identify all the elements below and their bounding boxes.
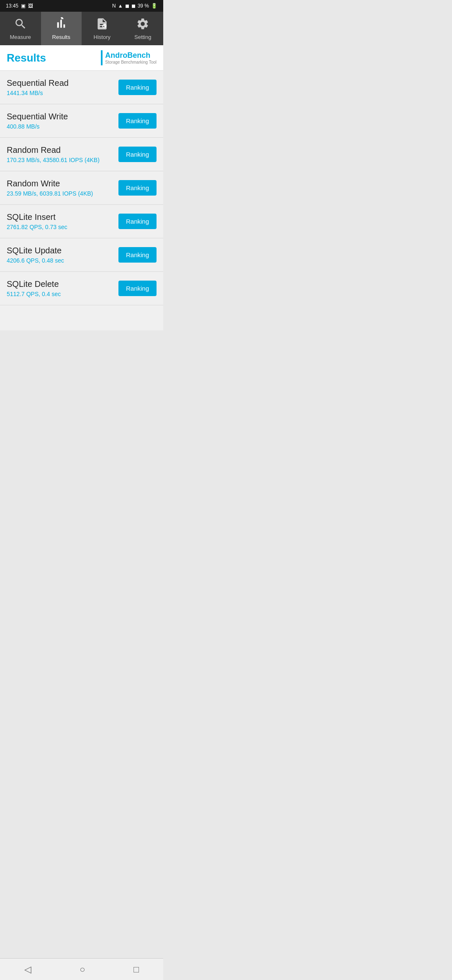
tab-setting-label: Setting [134,34,151,40]
page-title: Results [7,52,46,64]
history-icon [95,17,109,32]
result-info-sqlite-insert: SQLite Insert 2761.82 QPS, 0.73 sec [7,212,118,230]
result-value-random-write: 23.59 MB/s, 6039.81 IOPS (4KB) [7,190,118,197]
bottom-spacer [0,305,163,330]
signal-icon1: ◼ [125,3,129,9]
result-name-sequential-write: Sequential Write [7,112,118,121]
status-right: N ▲ ◼ ◼ 39 % 🔋 [112,3,157,9]
result-value-sqlite-delete: 5112.7 QPS, 0.4 sec [7,291,118,297]
status-time: 13:45 [6,3,18,9]
photo-icon: 🖼 [28,3,33,9]
result-name-sqlite-insert: SQLite Insert [7,212,118,222]
result-value-random-read: 170.23 MB/s, 43580.61 IOPS (4KB) [7,157,118,163]
result-info-sqlite-delete: SQLite Delete 5112.7 QPS, 0.4 sec [7,279,118,297]
measure-icon [14,17,27,32]
battery-text: 39 % [138,3,149,9]
result-info-random-read: Random Read 170.23 MB/s, 43580.61 IOPS (… [7,145,118,163]
results-icon [54,17,68,32]
results-list: Sequential Read 1441.34 MB/s Ranking Seq… [0,71,163,330]
result-value-sequential-read: 1441.34 MB/s [7,90,118,96]
ranking-btn-sequential-write[interactable]: Ranking [118,113,157,129]
sim-icon: ▣ [21,3,26,9]
tab-measure-label: Measure [10,34,31,40]
result-name-sequential-read: Sequential Read [7,78,118,88]
result-row-random-write: Random Write 23.59 MB/s, 6039.81 IOPS (4… [0,171,163,205]
result-info-sqlite-update: SQLite Update 4206.6 QPS, 0.48 sec [7,246,118,264]
result-name-sqlite-update: SQLite Update [7,246,118,255]
result-name-sqlite-delete: SQLite Delete [7,279,118,289]
tab-measure[interactable]: Measure [0,12,41,45]
logo-bench: Bench [127,51,150,59]
ranking-btn-sqlite-insert[interactable]: Ranking [118,214,157,229]
result-value-sqlite-insert: 2761.82 QPS, 0.73 sec [7,224,118,230]
nav-tabs: Measure Results History Setting [0,12,163,45]
ranking-btn-sequential-read[interactable]: Ranking [118,80,157,95]
logo-text-block: AndroBench Storage Benchmarking Tool [105,51,157,64]
tab-results-label: Results [52,34,70,40]
status-left: 13:45 ▣ 🖼 [6,3,33,9]
ranking-btn-random-read[interactable]: Ranking [118,147,157,162]
tab-history[interactable]: History [82,12,123,45]
result-info-random-write: Random Write 23.59 MB/s, 6039.81 IOPS (4… [7,179,118,197]
result-row-sequential-write: Sequential Write 400.88 MB/s Ranking [0,104,163,138]
ranking-btn-sqlite-update[interactable]: Ranking [118,247,157,263]
status-bar: 13:45 ▣ 🖼 N ▲ ◼ ◼ 39 % 🔋 [0,0,163,12]
result-row-sqlite-insert: SQLite Insert 2761.82 QPS, 0.73 sec Rank… [0,205,163,238]
signal-icon2: ◼ [131,3,136,9]
result-info-sequential-write: Sequential Write 400.88 MB/s [7,112,118,130]
logo-sub: Storage Benchmarking Tool [105,60,157,64]
result-name-random-read: Random Read [7,145,118,155]
tab-history-label: History [94,34,110,40]
wifi-icon: ▲ [118,3,123,9]
result-info-sequential-read: Sequential Read 1441.34 MB/s [7,78,118,96]
logo-bar [101,50,103,65]
result-value-sequential-write: 400.88 MB/s [7,123,118,130]
result-row-sqlite-update: SQLite Update 4206.6 QPS, 0.48 sec Ranki… [0,238,163,272]
logo-name: AndroBench [105,51,150,59]
result-row-sequential-read: Sequential Read 1441.34 MB/s Ranking [0,71,163,104]
setting-icon [136,17,149,32]
result-name-random-write: Random Write [7,179,118,188]
ranking-btn-sqlite-delete[interactable]: Ranking [118,281,157,296]
ranking-btn-random-write[interactable]: Ranking [118,180,157,196]
result-row-sqlite-delete: SQLite Delete 5112.7 QPS, 0.4 sec Rankin… [0,272,163,305]
header: Results AndroBench Storage Benchmarking … [0,45,163,71]
tab-results[interactable]: Results [41,12,82,45]
battery-icon: 🔋 [151,3,157,9]
tab-setting[interactable]: Setting [123,12,164,45]
logo-andro: Andro [105,51,127,59]
result-row-random-read: Random Read 170.23 MB/s, 43580.61 IOPS (… [0,138,163,171]
logo-area: AndroBench Storage Benchmarking Tool [101,50,157,65]
result-value-sqlite-update: 4206.6 QPS, 0.48 sec [7,257,118,264]
nfc-icon: N [112,3,116,9]
